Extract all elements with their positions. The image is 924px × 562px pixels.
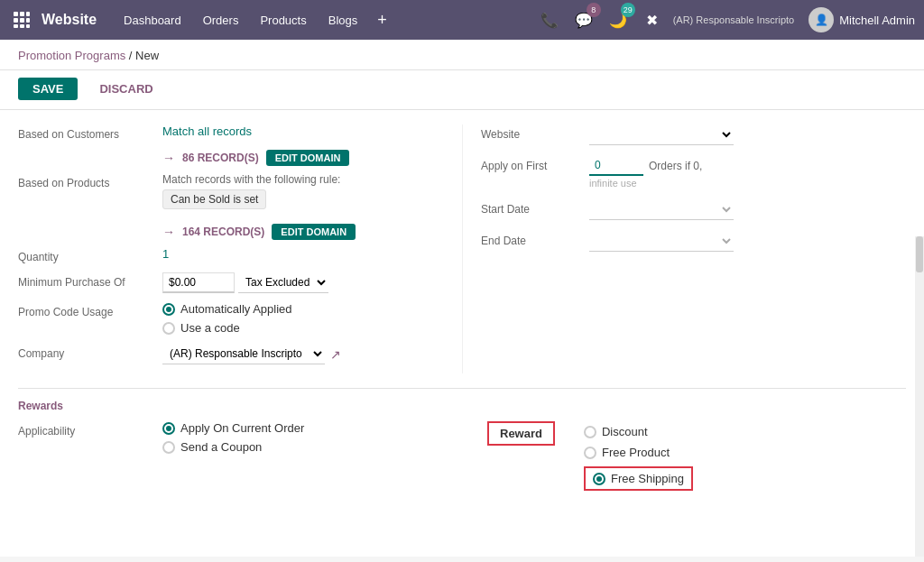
send-coupon-radio[interactable]: [162, 441, 175, 454]
top-navigation: Website Dashboard Orders Products Blogs …: [0, 0, 924, 40]
svg-rect-2: [26, 12, 30, 16]
orders-text: Orders if 0,: [649, 160, 702, 172]
orders-row: Orders if 0,: [589, 156, 906, 176]
tax-excluded-select[interactable]: Tax Excluded Tax Included: [238, 272, 328, 293]
send-coupon-label: Send a Coupon: [180, 440, 262, 454]
apply-on-first-label: Apply on First: [481, 156, 589, 172]
based-on-customers-value: Match all records: [162, 124, 252, 138]
website-label: Website: [481, 124, 589, 141]
promo-code-label: Promo Code Usage: [18, 302, 162, 318]
use-code-row[interactable]: Use a code: [162, 321, 426, 335]
settings-icon[interactable]: ✖: [639, 6, 666, 33]
start-date-select[interactable]: [589, 199, 734, 220]
discount-label: Discount: [602, 425, 648, 438]
arrow-icon-1: →: [162, 151, 175, 165]
activity-icon[interactable]: 🌙 29: [605, 6, 632, 33]
svg-rect-4: [20, 18, 24, 23]
record-count-1: 86 RECORD(S): [182, 152, 259, 164]
breadcrumb-parent[interactable]: Promotion Programs: [18, 49, 125, 62]
send-coupon-row[interactable]: Send a Coupon: [162, 440, 426, 454]
nav-orders[interactable]: Orders: [194, 10, 248, 31]
records-row-2: → 164 RECORD(S) EDIT DOMAIN: [162, 224, 426, 240]
free-product-row[interactable]: Free Product: [584, 446, 693, 459]
edit-domain-button-1[interactable]: EDIT DOMAIN: [266, 150, 350, 166]
min-purchase-input[interactable]: [162, 272, 235, 293]
edit-domain-button-2[interactable]: EDIT DOMAIN: [272, 224, 356, 240]
applicability-label: Applicability: [18, 421, 162, 438]
phone-icon[interactable]: 📞: [536, 6, 563, 33]
reward-type-section: Reward Discount Free Product Free Shi: [462, 421, 906, 498]
records-row-1: → 86 RECORD(S) EDIT DOMAIN: [162, 150, 426, 166]
rewards-title: Rewards: [18, 400, 906, 412]
start-date-label: Start Date: [481, 199, 589, 216]
auto-applied-row[interactable]: Automatically Applied: [162, 302, 426, 316]
add-menu-button[interactable]: +: [370, 11, 394, 30]
based-on-products-value: Match records with the following rule:: [162, 173, 426, 186]
auto-applied-radio[interactable]: [162, 303, 175, 316]
end-date-row: End Date: [481, 231, 906, 252]
domain-tag: Can be Sold is set: [162, 189, 266, 209]
apply-current-radio[interactable]: [162, 422, 175, 435]
app-grid-icon[interactable]: [9, 7, 34, 32]
reward-radio-col: Discount Free Product Free Shipping: [566, 421, 693, 491]
nav-dashboard[interactable]: Dashboard: [115, 10, 190, 31]
breadcrumb: Promotion Programs / New: [18, 49, 906, 62]
nav-blogs[interactable]: Blogs: [319, 10, 367, 31]
apply-value-input[interactable]: [589, 156, 643, 176]
free-shipping-row[interactable]: Free Shipping: [584, 466, 693, 491]
auto-applied-label: Automatically Applied: [180, 302, 292, 316]
min-purchase-row: Minimum Purchase Of Tax Excluded Tax Inc…: [18, 272, 426, 293]
svg-rect-3: [14, 18, 18, 23]
applicability-section: Applicability Apply On Current Order Sen…: [18, 421, 462, 498]
user-name: Mitchell Admin: [839, 14, 915, 27]
use-code-label: Use a code: [180, 321, 240, 335]
applicability-row: Applicability Apply On Current Order Sen…: [18, 421, 426, 454]
apply-current-order-row[interactable]: Apply On Current Order: [162, 421, 426, 435]
company-label: Company: [18, 344, 162, 360]
save-button[interactable]: SAVE: [18, 78, 78, 100]
scrollbar-thumb[interactable]: [916, 236, 923, 272]
discard-button[interactable]: DISCARD: [85, 78, 167, 100]
messages-icon[interactable]: 💬 8: [570, 6, 597, 33]
free-product-label: Free Product: [602, 446, 670, 459]
brand-name: Website: [42, 12, 97, 28]
action-bar: SAVE DISCARD: [0, 70, 924, 110]
promo-code-radio-group: Automatically Applied Use a code: [162, 302, 426, 335]
user-avatar: 👤: [808, 7, 834, 32]
quantity-row: Quantity 1: [18, 247, 426, 263]
free-shipping-label: Free Shipping: [611, 472, 684, 485]
free-shipping-radio[interactable]: [593, 473, 605, 485]
company-select[interactable]: (AR) Responsable Inscripto: [162, 344, 325, 364]
svg-rect-7: [20, 24, 24, 28]
nav-products[interactable]: Products: [251, 10, 315, 31]
end-date-label: End Date: [481, 231, 589, 247]
scrollbar[interactable]: [915, 236, 924, 557]
discount-row[interactable]: Discount: [584, 425, 693, 438]
end-date-select[interactable]: [589, 231, 734, 252]
company-field-row: (AR) Responsable Inscripto ↗: [162, 344, 426, 364]
main-content: Based on Customers Match all records → 8…: [0, 110, 924, 557]
svg-rect-8: [26, 24, 30, 28]
reward-button[interactable]: Reward: [487, 421, 555, 446]
website-select[interactable]: [589, 124, 734, 145]
start-date-row: Start Date: [481, 199, 906, 220]
arrow-icon-2: →: [162, 225, 175, 239]
breadcrumb-current: New: [135, 49, 159, 62]
discount-radio[interactable]: [584, 426, 596, 438]
svg-rect-6: [14, 24, 18, 28]
based-on-products-row: Based on Products Match records with the…: [18, 173, 426, 215]
free-product-radio[interactable]: [584, 447, 596, 459]
based-on-products-label: Based on Products: [18, 173, 162, 189]
activity-badge: 29: [621, 3, 635, 17]
infinite-use-text: infinite use: [589, 178, 906, 189]
messages-badge: 8: [587, 3, 601, 17]
rewards-grid: Applicability Apply On Current Order Sen…: [18, 421, 906, 498]
use-code-radio[interactable]: [162, 322, 175, 335]
company-label: (AR) Responsable Inscripto: [673, 14, 795, 25]
based-on-customers-row: Based on Customers Match all records: [18, 124, 426, 141]
user-menu[interactable]: 👤 Mitchell Admin: [808, 7, 915, 32]
external-link-icon[interactable]: ↗: [330, 347, 341, 362]
promo-code-usage-row: Promo Code Usage Automatically Applied U…: [18, 302, 426, 335]
svg-rect-0: [14, 12, 18, 16]
breadcrumb-bar: Promotion Programs / New: [0, 40, 924, 70]
